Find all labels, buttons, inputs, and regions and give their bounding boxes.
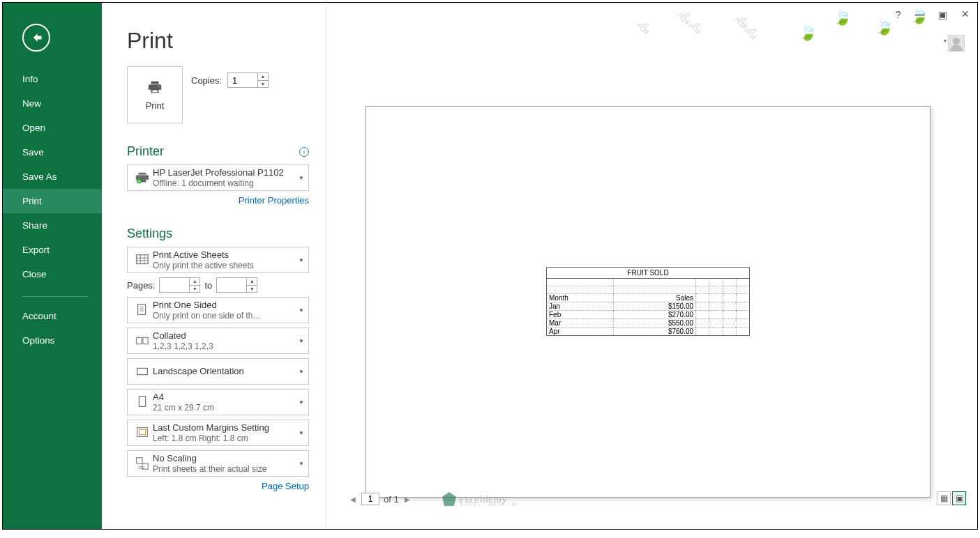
print-button[interactable]: Print [127, 66, 183, 123]
copies-label: Copies: [191, 75, 222, 86]
chevron-down-icon: ▼ [299, 257, 304, 263]
printer-heading: Printer [127, 144, 164, 159]
sidebar-item-print[interactable]: Print [3, 189, 102, 213]
print-button-label: Print [146, 100, 165, 111]
svg-rect-7 [138, 305, 146, 315]
zoom-to-page-button[interactable]: ▣ [952, 491, 966, 505]
page-title: Print [127, 28, 309, 54]
printer-icon [147, 79, 163, 95]
pages-from-spinner[interactable]: ▲▼ [159, 277, 200, 293]
show-margins-button[interactable]: ▦ [937, 491, 951, 505]
chevron-down-icon: ▼ [299, 175, 304, 181]
svg-rect-11 [137, 337, 142, 344]
setting-landscape-orientation[interactable]: Landscape Orientation▼ [127, 358, 309, 385]
setting-collated[interactable]: Collated1,2,3 1,2,3 1,2,3▼ [127, 328, 309, 354]
orientation-icon [132, 364, 153, 379]
prev-page-button[interactable]: ◀ [349, 494, 357, 505]
page-setup-link[interactable]: Page Setup [262, 481, 309, 491]
sidebar-item-save[interactable]: Save [3, 140, 102, 164]
print-preview-area: FRUIT SOLDMonthSalesJan$150.00Feb$270.00… [326, 72, 960, 504]
sidebar-item-share[interactable]: Share [3, 213, 102, 238]
preview-page: FRUIT SOLDMonthSalesJan$150.00Feb$270.00… [365, 106, 930, 498]
help-button[interactable]: ? [893, 8, 904, 22]
chevron-down-icon: ▼ [299, 461, 304, 467]
onesided-icon [132, 302, 153, 318]
svg-rect-12 [143, 337, 148, 344]
chevron-down-icon: ▼ [299, 399, 304, 406]
current-page-input[interactable] [361, 493, 379, 505]
backstage-sidebar: InfoNewOpenSaveSave AsPrintShareExportCl… [3, 3, 102, 529]
settings-heading: Settings [127, 226, 172, 241]
copies-up[interactable]: ▲ [258, 73, 268, 81]
svg-rect-14 [139, 397, 145, 407]
chevron-down-icon: ▼ [299, 338, 304, 344]
chevron-down-icon: ▼ [299, 369, 304, 375]
account-avatar[interactable] [948, 35, 965, 52]
minimize-button[interactable]: — [912, 8, 927, 22]
preview-sheet: FRUIT SOLDMonthSalesJan$150.00Feb$270.00… [546, 267, 750, 336]
next-page-button[interactable]: ▶ [403, 494, 412, 505]
copies-down[interactable]: ▼ [258, 81, 268, 88]
svg-text:100: 100 [138, 466, 144, 470]
svg-rect-16 [139, 429, 145, 434]
sidebar-item-export[interactable]: Export [3, 238, 102, 262]
sheet-title: FRUIT SOLD [547, 268, 750, 279]
printer-properties-link[interactable]: Printer Properties [239, 195, 309, 206]
sidebar-item-open[interactable]: Open [3, 116, 102, 140]
printer-selector[interactable]: HP LaserJet Professional P1102 Offline: … [127, 164, 309, 191]
svg-rect-2 [137, 255, 149, 264]
chevron-down-icon: ▼ [299, 430, 304, 436]
printer-device-icon [132, 170, 153, 185]
watermark: exceldemy EXCEL · DATA · BI [442, 490, 547, 508]
setting-print-active-sheets[interactable]: Print Active SheetsOnly print the active… [127, 247, 309, 273]
pages-from-input[interactable] [160, 278, 189, 292]
setting-print-one-sided[interactable]: Print One SidedOnly print on one side of… [127, 297, 309, 323]
printer-name: HP LaserJet Professional P1102 [153, 167, 296, 178]
printer-info-icon[interactable]: i [299, 147, 309, 157]
margins-icon [132, 425, 153, 440]
sidebar-item-options[interactable]: Options [3, 328, 102, 353]
svg-rect-13 [137, 368, 148, 374]
account-menu-caret-icon: ▾ [944, 38, 947, 44]
sheets-icon [132, 252, 153, 268]
back-button[interactable] [22, 24, 50, 52]
papersize-icon [132, 394, 153, 410]
collated-icon [132, 333, 153, 348]
sidebar-item-account[interactable]: Account [3, 304, 102, 328]
close-window-button[interactable]: × [958, 6, 972, 23]
pages-label: Pages: [127, 280, 155, 291]
sidebar-item-info[interactable]: Info [3, 67, 102, 91]
sidebar-item-save-as[interactable]: Save As [3, 164, 102, 189]
setting-last-custom-margins-setting[interactable]: Last Custom Margins SettingLeft: 1.8 cm … [127, 420, 309, 446]
pages-to-input[interactable] [217, 278, 246, 292]
page-total-label: of 1 [384, 494, 399, 505]
watermark-icon [442, 492, 456, 506]
pages-to-spinner[interactable]: ▲▼ [216, 277, 257, 293]
restore-button[interactable]: ▣ [935, 8, 950, 22]
svg-point-0 [158, 86, 160, 87]
pages-to-label: to [204, 280, 212, 291]
scaling-icon: 100 [132, 456, 153, 471]
setting-a4[interactable]: A421 cm x 29.7 cm▼ [127, 389, 309, 415]
svg-rect-17 [137, 458, 142, 463]
chevron-down-icon: ▼ [299, 307, 304, 314]
sidebar-item-close[interactable]: Close [3, 262, 102, 286]
copies-spinner[interactable]: ▲▼ [227, 72, 269, 88]
svg-point-1 [137, 178, 142, 183]
copies-input[interactable] [228, 73, 257, 87]
setting-no-scaling[interactable]: 100No ScalingPrint sheets at their actua… [127, 450, 309, 477]
printer-status: Offline: 1 document waiting [153, 178, 296, 188]
sidebar-item-new[interactable]: New [3, 91, 102, 116]
